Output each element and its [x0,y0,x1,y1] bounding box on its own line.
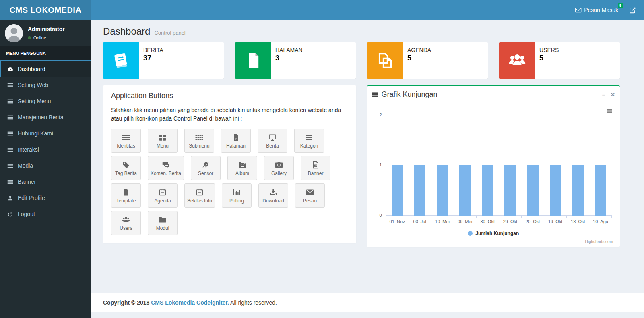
bar-20_Okt[interactable] [527,165,539,216]
bar-09_Mei[interactable] [459,165,471,216]
sidebar-item-label: Logout [18,211,35,217]
app-button-label: Modul [156,225,169,231]
app-button-label: Pesan [303,198,317,204]
app-button-sekilas-info[interactable]: Sekilas Info [184,183,215,208]
bar-10_Agu[interactable] [595,165,606,216]
app-button-label: Tag Berita [115,170,137,176]
app-button-gallery[interactable]: Gallery [264,156,294,180]
content-area: Dashboard Control panel BERITA 37 HALAMA… [91,20,644,293]
top-navbar: CMS LOKOMEDIA Pesan Masuk 5 [0,0,644,20]
info-box-value: 37 [143,54,163,62]
application-buttons-panel: Application Buttons Silahkan klik menu p… [103,85,356,243]
align-justify-icon [305,133,313,143]
app-button-sensor[interactable]: Sensor [191,156,221,180]
app-button-label: Sensor [198,170,213,176]
bar-19_Okt[interactable] [550,165,561,216]
sidebar-item-hubungi-kami[interactable]: Hubungi Kami [0,125,91,141]
app-button-menu[interactable]: Menu [148,129,178,153]
footer-link[interactable]: CMS Lokomedia Codeigniter. [151,299,229,306]
bar-30_Okt[interactable] [482,165,493,216]
bars-icon [6,82,14,88]
sidebar-item-manajemen-berita[interactable]: Manajemen Berita [0,109,91,125]
bar-18_Okt[interactable] [572,165,584,216]
users-icon [499,42,535,79]
user-icon [6,195,14,201]
sidebar-item-banner[interactable]: Banner [0,174,91,190]
sidebar-item-label: Dashboard [18,66,45,72]
bars-icon [6,98,14,104]
collapse-button[interactable]: – [602,92,605,97]
bar-01_Nov[interactable] [392,165,403,216]
file-text-icon [232,133,240,143]
info-box-label: HALAMAN [275,47,303,53]
app-button-polling[interactable]: Polling [222,183,252,208]
bar-29_Okt[interactable] [504,165,516,216]
sidebar-item-label: Edit Profile [18,195,45,201]
copyright-text: Copyright © 2018 [103,299,151,306]
bar-10_Mei[interactable] [437,165,448,216]
panels-row: Application Buttons Silahkan klik menu p… [103,85,620,247]
app-button-identitas[interactable]: Identitas [111,129,141,153]
app-button-template[interactable]: Template [111,183,141,208]
app-button-grid: Identitas Menu Submenu Halaman B [111,129,348,238]
chart-panel: Grafik Kunjungan – ✕ 012 01_Nov03_Jul10_… [367,85,620,247]
file-icon [235,42,271,79]
app-button-agenda[interactable]: Agenda [148,183,178,208]
logout-shortcut-button[interactable] [622,0,642,20]
app-button-modul[interactable]: Modul [148,211,178,235]
bar-slot [567,115,589,216]
app-button-download[interactable]: Download [258,183,288,208]
info-box-berita[interactable]: BERITA 37 [103,42,224,79]
image-icon [312,161,320,170]
sidebar-item-logout[interactable]: Logout [0,206,91,222]
application-buttons-title: Application Buttons [103,85,356,104]
x-axis-label: 19_Okt [544,219,567,224]
navbar-right: Pesan Masuk 5 [571,0,644,20]
messages-menu[interactable]: Pesan Masuk 5 [571,0,622,20]
content-header: Dashboard Control panel [91,20,644,37]
sidebar-user-panel: Administrator Online [0,20,91,46]
sidebar-item-setting-web[interactable]: Setting Web [0,77,91,93]
bars-icon [6,131,14,137]
app-button-album[interactable]: Album [227,156,257,180]
chart-legend[interactable]: Jumlah Kunjungan [373,231,614,236]
th-icon [195,133,203,143]
x-axis-tick [386,216,409,218]
sidebar-toggle-button[interactable] [91,0,109,20]
app-button-berita[interactable]: Berita [258,129,287,153]
brand-logo[interactable]: CMS LOKOMEDIA [0,0,91,20]
bars-icon [6,179,14,185]
bar-slot [454,115,476,216]
app-button-banner[interactable]: Banner [301,156,330,180]
app-button-label: Menu [157,143,169,149]
app-button-users[interactable]: Users [111,211,141,235]
x-axis-label: 18_Okt [567,219,589,224]
x-axis-tick [521,216,544,218]
chart-credits[interactable]: Highcharts.com [373,239,613,244]
app-button-komen-berita[interactable]: Komen. Berita [148,156,184,180]
sidebar-item-interaksi[interactable]: Interaksi [0,141,91,158]
app-button-tag-berita[interactable]: Tag Berita [111,156,141,180]
desktop-icon [268,133,277,143]
bars-layer [386,115,612,216]
app-button-label: Polling [229,198,244,204]
info-box-halaman[interactable]: HALAMAN 3 [235,42,356,79]
bar-03_Jul[interactable] [414,165,425,216]
info-box-users[interactable]: USERS 5 [499,42,620,79]
online-status-icon [28,36,31,39]
info-box-agenda[interactable]: AGENDA 5 [367,42,488,79]
x-axis-tick [454,216,476,218]
bars-icon [6,114,14,121]
sidebar-item-media[interactable]: Media [0,158,91,174]
app-button-submenu[interactable]: Submenu [184,129,214,153]
close-button[interactable]: ✕ [611,92,615,97]
bar-chart-plot: 012 [386,115,612,216]
sidebar-item-setting-menu[interactable]: Setting Menu [0,93,91,109]
app-button-pesan[interactable]: Pesan [295,183,325,208]
sidebar-item-dashboard[interactable]: Dashboard [0,61,91,77]
chart-export-menu-icon[interactable] [607,108,613,114]
x-axis-label: 10_Agu [589,219,612,224]
app-button-halaman[interactable]: Halaman [221,129,251,153]
sidebar-item-edit-profile[interactable]: Edit Profile [0,190,91,206]
app-button-kategori[interactable]: Kategori [294,129,324,153]
